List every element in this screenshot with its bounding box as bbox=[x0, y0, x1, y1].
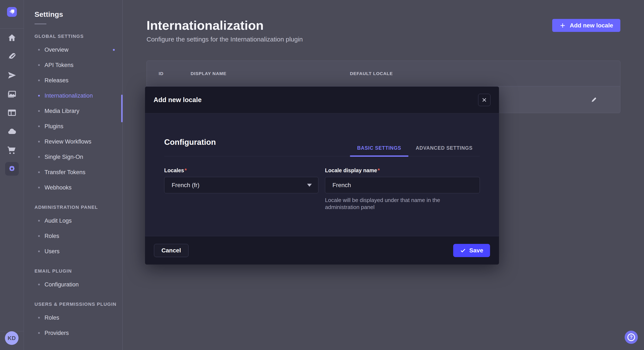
sidebar-item-webhooks[interactable]: Webhooks bbox=[24, 180, 122, 195]
sidebar-item-media-library[interactable]: Media Library bbox=[24, 103, 122, 119]
paper-plane-icon[interactable] bbox=[0, 66, 24, 85]
close-modal-button[interactable] bbox=[478, 94, 490, 106]
table-header-row: ID DISPLAY NAME DEFAULT LOCALE bbox=[147, 61, 620, 86]
section-label-global-settings: GLOBAL SETTINGS bbox=[34, 34, 122, 39]
modal-footer: Cancel Save bbox=[145, 236, 499, 265]
sidebar-scrollbar-thumb[interactable] bbox=[121, 95, 123, 122]
item-bullet-icon bbox=[38, 156, 40, 158]
sidebar-title: Settings bbox=[34, 10, 122, 18]
page-title: Internationalization bbox=[146, 18, 264, 33]
column-header-display-name: DISPLAY NAME bbox=[190, 71, 350, 76]
display-name-field: Locale display name* Locale will be disp… bbox=[325, 167, 480, 211]
item-bullet-icon bbox=[38, 317, 40, 319]
check-icon bbox=[460, 247, 466, 253]
section-label-users-permissions-plugin: USERS & PERMISSIONS PLUGIN bbox=[34, 302, 122, 307]
item-bullet-icon bbox=[38, 235, 40, 237]
notification-dot-icon bbox=[113, 49, 115, 51]
settings-active-background bbox=[5, 162, 19, 176]
layout-icon[interactable] bbox=[0, 103, 24, 122]
pencil-icon bbox=[590, 96, 598, 103]
display-name-input[interactable] bbox=[325, 177, 480, 193]
item-bullet-icon bbox=[38, 110, 40, 112]
item-bullet-icon bbox=[38, 141, 40, 143]
icon-rail: KD bbox=[0, 0, 24, 350]
locales-select[interactable]: French (fr) bbox=[164, 177, 318, 193]
item-bullet-icon bbox=[38, 49, 40, 51]
sidebar-item-single-sign-on[interactable]: Single Sign-On bbox=[24, 149, 122, 165]
item-bullet-icon bbox=[38, 284, 40, 285]
user-avatar[interactable]: KD bbox=[5, 331, 18, 345]
sidebar-item-api-tokens[interactable]: API Tokens bbox=[24, 57, 122, 73]
media-library-icon[interactable] bbox=[0, 85, 24, 103]
settings-tabs: BASIC SETTINGS ADVANCED SETTINGS bbox=[350, 145, 480, 156]
save-button[interactable]: Save bbox=[453, 244, 490, 257]
sidebar-title-divider bbox=[34, 24, 46, 24]
sidebar-item-overview[interactable]: Overview bbox=[24, 42, 122, 57]
sidebar-item-email-configuration[interactable]: Configuration bbox=[24, 277, 122, 292]
item-bullet-icon bbox=[38, 64, 40, 66]
chevron-down-icon bbox=[307, 184, 312, 187]
section-label-administration-panel: ADMINISTRATION PANEL bbox=[34, 204, 122, 210]
item-bullet-icon bbox=[38, 126, 40, 127]
configuration-heading: Configuration bbox=[164, 138, 216, 156]
settings-gear-icon[interactable] bbox=[0, 160, 24, 178]
marketplace-cart-icon[interactable] bbox=[0, 141, 24, 160]
item-bullet-icon bbox=[38, 250, 40, 252]
tab-basic-settings[interactable]: BASIC SETTINGS bbox=[350, 145, 408, 156]
help-button[interactable]: ? bbox=[624, 331, 638, 344]
sidebar-item-transfer-tokens[interactable]: Transfer Tokens bbox=[24, 165, 122, 180]
cancel-button[interactable]: Cancel bbox=[154, 244, 188, 257]
sidebar-item-releases[interactable]: Releases bbox=[24, 73, 122, 88]
sidebar-item-review-workflows[interactable]: Review Workflows bbox=[24, 134, 122, 149]
tab-advanced-settings[interactable]: ADVANCED SETTINGS bbox=[408, 145, 480, 156]
modal-title: Add new locale bbox=[154, 96, 478, 104]
strapi-logo[interactable] bbox=[7, 7, 17, 17]
home-icon[interactable] bbox=[0, 28, 24, 47]
edit-locale-button[interactable] bbox=[588, 94, 600, 105]
sidebar-item-providers[interactable]: Providers bbox=[24, 325, 122, 341]
settings-sidebar: Settings GLOBAL SETTINGS Overview API To… bbox=[24, 0, 123, 350]
column-header-id: ID bbox=[159, 71, 190, 76]
add-locale-modal: Add new locale Configuration BASIC SETTI… bbox=[145, 87, 499, 265]
locales-field: Locales* French (fr) bbox=[164, 167, 318, 211]
plus-icon bbox=[560, 22, 566, 29]
sidebar-item-up-roles[interactable]: Roles bbox=[24, 310, 122, 325]
modal-body: Configuration BASIC SETTINGS ADVANCED SE… bbox=[145, 113, 499, 236]
item-bullet-icon bbox=[38, 80, 40, 81]
display-name-label: Locale display name* bbox=[325, 167, 480, 174]
display-name-hint: Locale will be displayed under that name… bbox=[325, 197, 474, 211]
sidebar-item-plugins[interactable]: Plugins bbox=[24, 119, 122, 134]
item-bullet-icon bbox=[38, 220, 40, 222]
item-bullet-icon bbox=[38, 95, 40, 97]
sidebar-item-admin-roles[interactable]: Roles bbox=[24, 228, 122, 244]
section-label-email-plugin: EMAIL PLUGIN bbox=[34, 268, 122, 274]
item-bullet-icon bbox=[38, 332, 40, 334]
page-subtitle: Configure the settings for the Internati… bbox=[146, 36, 303, 43]
close-icon bbox=[482, 97, 487, 103]
sidebar-item-users[interactable]: Users bbox=[24, 244, 122, 259]
item-bullet-icon bbox=[38, 187, 40, 188]
item-bullet-icon bbox=[38, 172, 40, 173]
modal-header: Add new locale bbox=[145, 87, 499, 113]
cloud-icon[interactable] bbox=[0, 122, 24, 141]
column-header-default-locale: DEFAULT LOCALE bbox=[350, 71, 620, 76]
required-asterisk: * bbox=[185, 167, 187, 173]
sidebar-item-internationalization[interactable]: Internationalization bbox=[24, 88, 122, 103]
question-mark-icon: ? bbox=[628, 334, 635, 341]
quill-icon[interactable] bbox=[0, 47, 24, 66]
locales-label: Locales* bbox=[164, 167, 318, 174]
required-asterisk: * bbox=[378, 167, 380, 173]
sidebar-item-audit-logs[interactable]: Audit Logs bbox=[24, 213, 122, 228]
add-new-locale-button[interactable]: Add new locale bbox=[552, 19, 620, 32]
